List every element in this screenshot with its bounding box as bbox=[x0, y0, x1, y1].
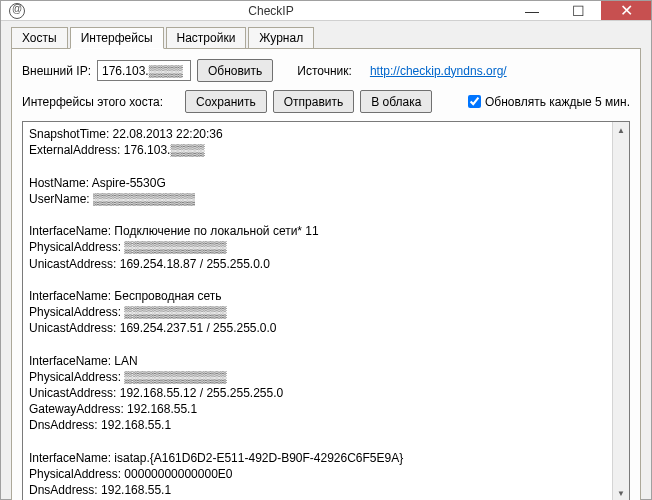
scroll-track[interactable] bbox=[613, 139, 629, 485]
scroll-down-arrow[interactable]: ▼ bbox=[613, 485, 629, 500]
send-button[interactable]: Отправить bbox=[273, 90, 355, 113]
titlebar[interactable]: CheckIP — ☐ ✕ bbox=[1, 1, 651, 21]
host-interfaces-label: Интерфейсы этого хоста: bbox=[22, 95, 163, 109]
content-area: Хосты Интерфейсы Настройки Журнал Внешни… bbox=[1, 21, 651, 500]
tab-journal[interactable]: Журнал bbox=[248, 27, 314, 49]
tab-strip: Хосты Интерфейсы Настройки Журнал bbox=[11, 27, 641, 49]
external-ip-label: Внешний IP: bbox=[22, 64, 91, 78]
scroll-up-arrow[interactable]: ▲ bbox=[613, 122, 629, 139]
auto-refresh-input[interactable] bbox=[468, 95, 481, 108]
close-button[interactable]: ✕ bbox=[601, 1, 651, 20]
output-textarea[interactable]: SnapshotTime: 22.08.2013 22:20:36 Extern… bbox=[23, 122, 612, 500]
maximize-button[interactable]: ☐ bbox=[555, 1, 601, 20]
external-ip-row: Внешний IP: Обновить Источник: http://ch… bbox=[22, 59, 630, 82]
host-interfaces-row: Интерфейсы этого хоста: Сохранить Отправ… bbox=[22, 90, 630, 113]
cloud-button[interactable]: В облака bbox=[360, 90, 432, 113]
tab-panel-interfaces: Внешний IP: Обновить Источник: http://ch… bbox=[11, 48, 641, 500]
auto-refresh-checkbox[interactable]: Обновлять каждые 5 мин. bbox=[468, 95, 630, 109]
auto-refresh-label: Обновлять каждые 5 мин. bbox=[485, 95, 630, 109]
output-container: SnapshotTime: 22.08.2013 22:20:36 Extern… bbox=[22, 121, 630, 500]
window-title: CheckIP bbox=[33, 4, 509, 18]
app-icon bbox=[9, 3, 25, 19]
window-controls: — ☐ ✕ bbox=[509, 1, 651, 20]
app-window: CheckIP — ☐ ✕ Хосты Интерфейсы Настройки… bbox=[0, 0, 652, 500]
refresh-button[interactable]: Обновить bbox=[197, 59, 273, 82]
source-link[interactable]: http://checkip.dyndns.org/ bbox=[370, 64, 507, 78]
save-button[interactable]: Сохранить bbox=[185, 90, 267, 113]
external-ip-input[interactable] bbox=[97, 60, 191, 81]
source-label: Источник: bbox=[297, 64, 352, 78]
minimize-button[interactable]: — bbox=[509, 1, 555, 20]
tab-settings[interactable]: Настройки bbox=[166, 27, 247, 49]
tab-hosts[interactable]: Хосты bbox=[11, 27, 68, 49]
vertical-scrollbar[interactable]: ▲ ▼ bbox=[612, 122, 629, 500]
tab-interfaces[interactable]: Интерфейсы bbox=[70, 27, 164, 49]
